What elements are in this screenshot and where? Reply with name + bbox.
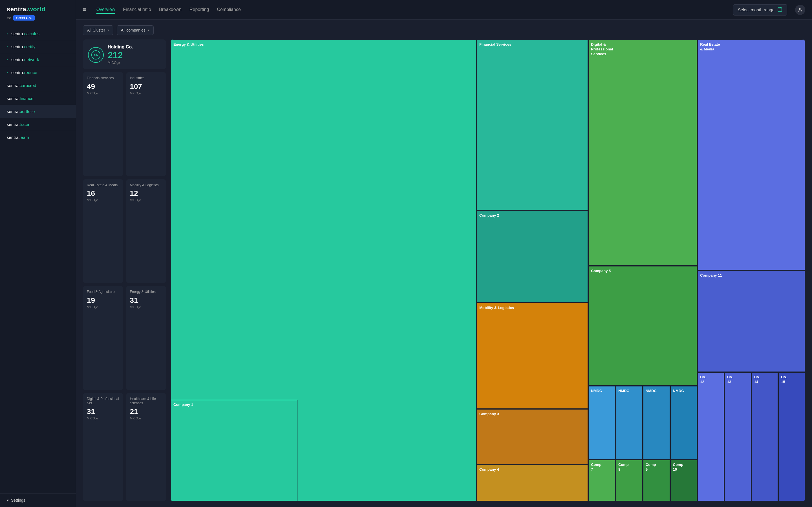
treemap-cell[interactable]: Comp7 bbox=[588, 460, 615, 501]
treemap-cell-label: Company 2 bbox=[479, 213, 499, 218]
treemap-panel: Energy & UtilitiesCompany 1Financial Ser… bbox=[170, 40, 805, 501]
treemap-cell[interactable]: Co.13 bbox=[724, 372, 751, 501]
treemap-cell[interactable]: Company 5 bbox=[588, 266, 697, 386]
holding-unit: MtCO2e bbox=[108, 61, 133, 65]
tab-reporting[interactable]: Reporting bbox=[190, 6, 209, 14]
treemap-cell-label: Company 4 bbox=[479, 467, 499, 472]
logo: sentra.world bbox=[7, 6, 70, 13]
sidebar-item-learn[interactable]: sentra.learn bbox=[0, 131, 76, 144]
tab-financial-ratio[interactable]: Financial ratio bbox=[123, 6, 151, 14]
chevron-icon: › bbox=[7, 71, 8, 75]
treemap-cell[interactable]: Comp8 bbox=[615, 460, 643, 501]
treemap-cell-label: Company 11 bbox=[700, 273, 722, 278]
sidebar-item-carbcred[interactable]: sentra.carbcred bbox=[0, 79, 76, 92]
stat-value: 19 bbox=[87, 296, 119, 305]
stat-label: Financial services bbox=[87, 76, 119, 80]
stat-unit: MtCO2e bbox=[130, 92, 162, 96]
treemap-cell[interactable]: Co.15 bbox=[778, 372, 805, 501]
tab-overview[interactable]: Overview bbox=[96, 6, 115, 14]
calendar-icon bbox=[777, 7, 782, 13]
treemap-cell[interactable]: Financial Services bbox=[476, 40, 588, 210]
cluster-filter[interactable]: All Cluster ▾ bbox=[83, 25, 113, 35]
stat-value: 31 bbox=[87, 407, 119, 416]
treemap-cell[interactable]: Company 3 bbox=[476, 409, 588, 464]
stat-card-real-estate: Real Estate & Media 16 MtCO2e bbox=[83, 179, 123, 283]
menu-icon[interactable]: ≡ bbox=[83, 6, 86, 13]
left-panel: CO₂ Holding Co. 212 MtCO2e Financial ser… bbox=[83, 40, 166, 501]
treemap-cell[interactable]: Co.14 bbox=[751, 372, 778, 501]
client-badge[interactable]: Steel Co. bbox=[13, 15, 35, 20]
companies-label: All companies bbox=[121, 28, 146, 33]
date-range-picker[interactable]: Select month range bbox=[733, 4, 787, 15]
user-avatar[interactable] bbox=[795, 5, 805, 15]
sidebar-item-portfolio[interactable]: sentra.portfolio bbox=[0, 105, 76, 118]
companies-filter[interactable]: All companies ▾ bbox=[117, 25, 154, 35]
treemap-cell-label: Comp8 bbox=[618, 462, 629, 472]
sidebar-item-trace[interactable]: sentra.trace bbox=[0, 118, 76, 131]
treemap-cell[interactable]: NMDC bbox=[615, 386, 643, 460]
treemap-cell-label: NMDC bbox=[673, 389, 684, 393]
co2-icon: CO₂ bbox=[88, 47, 104, 63]
treemap-container: Energy & UtilitiesCompany 1Financial Ser… bbox=[170, 40, 805, 501]
logo-for-row: for Steel Co. bbox=[7, 15, 70, 20]
treemap-cell-label: Energy & Utilities bbox=[173, 42, 204, 47]
tab-breakdown[interactable]: Breakdown bbox=[159, 6, 182, 14]
chevron-icon: › bbox=[7, 32, 8, 36]
date-range-label: Select month range bbox=[738, 7, 774, 12]
logo-accent: world bbox=[28, 6, 45, 13]
treemap-cell[interactable]: Mobility & Logistics bbox=[476, 303, 588, 409]
stat-card-healthcare: Healthcare & Life sciences 21 MtCO2e bbox=[126, 393, 166, 501]
sidebar-item-network[interactable]: › sentra.network bbox=[0, 53, 76, 66]
nav-label: sentra.certify bbox=[11, 44, 36, 49]
svg-point-4 bbox=[799, 8, 801, 10]
treemap-cell-label: Co.12 bbox=[700, 375, 706, 385]
holding-name: Holding Co. bbox=[108, 45, 133, 50]
treemap-cell[interactable]: NMDC bbox=[670, 386, 698, 460]
chevron-down-icon: ▾ bbox=[107, 29, 109, 32]
treemap-cell[interactable]: Comp10 bbox=[670, 460, 698, 501]
stat-unit: MtCO2e bbox=[87, 416, 119, 421]
sidebar-item-finance[interactable]: sentra.finance bbox=[0, 92, 76, 105]
sidebar-item-reduce[interactable]: › sentra.reduce bbox=[0, 66, 76, 79]
holding-info: Holding Co. 212 MtCO2e bbox=[108, 45, 133, 65]
stat-card-financial: Financial services 49 MtCO2e bbox=[83, 72, 123, 176]
topbar: ≡ Overview Financial ratio Breakdown Rep… bbox=[76, 0, 812, 20]
sidebar-item-calculus[interactable]: › sentra.calculus bbox=[0, 27, 76, 40]
sidebar-item-certify[interactable]: › sentra.certify bbox=[0, 40, 76, 53]
treemap-cell[interactable]: Company 2 bbox=[476, 210, 588, 303]
treemap-cell-label: Financial Services bbox=[479, 42, 511, 47]
treemap-cell-label: Comp7 bbox=[591, 462, 601, 472]
filter-row: All Cluster ▾ All companies ▾ bbox=[83, 25, 805, 35]
treemap-cell[interactable]: Company 4 bbox=[476, 464, 588, 501]
nav-label: sentra.portfolio bbox=[7, 109, 35, 114]
stat-card-energy: Energy & Utilities 31 MtCO2e bbox=[126, 286, 166, 390]
sidebar: sentra.world for Steel Co. › sentra.calc… bbox=[0, 0, 76, 507]
treemap-cell[interactable]: Real Estate& Media bbox=[697, 40, 805, 270]
treemap-cell[interactable]: Co.12 bbox=[697, 372, 724, 501]
cluster-label: All Cluster bbox=[87, 28, 105, 33]
stat-grid: Financial services 49 MtCO2e Industries … bbox=[83, 72, 166, 501]
chevron-icon: › bbox=[7, 58, 8, 62]
treemap-cell[interactable]: Company 1 bbox=[170, 400, 297, 501]
main-area: ≡ Overview Financial ratio Breakdown Rep… bbox=[76, 0, 812, 507]
stat-label: Industries bbox=[130, 76, 162, 80]
treemap-cell-label: Comp9 bbox=[646, 462, 656, 472]
stat-label: Digital & Professional Ser... bbox=[87, 397, 119, 406]
stat-value: 12 bbox=[130, 189, 162, 198]
stat-card-food: Food & Agriculture 19 MtCO2e bbox=[83, 286, 123, 390]
stat-label: Food & Agriculture bbox=[87, 290, 119, 294]
tab-compliance[interactable]: Compliance bbox=[217, 6, 241, 14]
sidebar-logo: sentra.world for Steel Co. bbox=[0, 6, 76, 25]
treemap-cell[interactable]: Company 11 bbox=[697, 270, 805, 372]
settings-item[interactable]: ▾ Settings bbox=[0, 493, 76, 507]
settings-label: Settings bbox=[11, 498, 26, 503]
treemap-cell[interactable]: NMDC bbox=[588, 386, 615, 460]
holding-value: 212 bbox=[108, 51, 133, 60]
stat-card-industries: Industries 107 MtCO2e bbox=[126, 72, 166, 176]
treemap-cell-label: Mobility & Logistics bbox=[479, 305, 514, 311]
treemap-cell[interactable]: NMDC bbox=[643, 386, 670, 460]
treemap-cell[interactable]: Digital &ProfessionalServices bbox=[588, 40, 697, 266]
chevron-down-icon: ▾ bbox=[7, 498, 9, 503]
treemap-cell[interactable]: Comp9 bbox=[643, 460, 670, 501]
stat-card-digital: Digital & Professional Ser... 31 MtCO2e bbox=[83, 393, 123, 501]
